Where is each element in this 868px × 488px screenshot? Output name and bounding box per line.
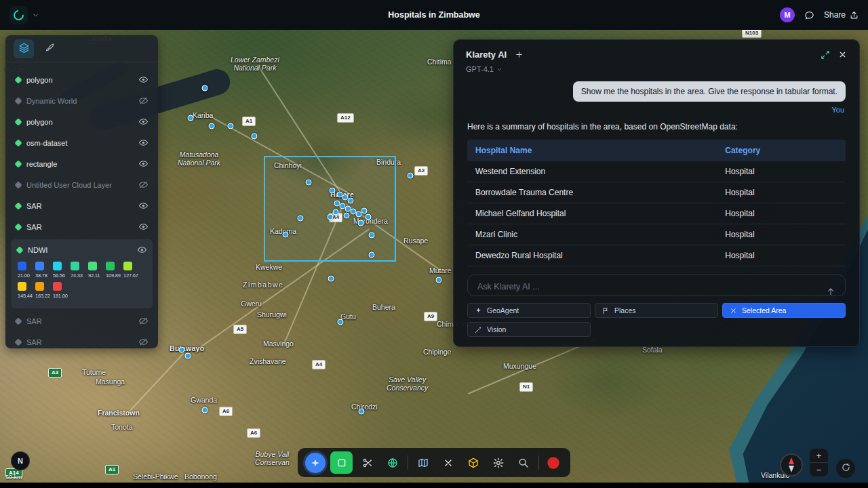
- table-header: Category: [717, 140, 846, 161]
- search-button[interactable]: [513, 453, 534, 473]
- table-cell: Dewedzo Rural Hospital: [467, 245, 717, 266]
- road-badge: A3: [48, 368, 62, 378]
- hospital-marker[interactable]: [436, 277, 442, 283]
- toolbar-divider: [408, 455, 408, 470]
- legend-value: 21.00: [18, 272, 35, 279]
- basemap-button[interactable]: [413, 453, 433, 473]
- workspace-chevron-icon[interactable]: [32, 12, 39, 19]
- north-indicator[interactable]: N: [11, 451, 30, 470]
- hospital-marker[interactable]: [328, 276, 334, 282]
- layer-label: rectangle: [26, 160, 134, 168]
- avatar[interactable]: M: [780, 7, 795, 22]
- hospital-marker[interactable]: [228, 123, 234, 129]
- hospital-marker[interactable]: [333, 209, 339, 216]
- hospital-marker[interactable]: [252, 134, 258, 140]
- layer-item[interactable]: rectangle: [9, 153, 154, 174]
- hospital-marker[interactable]: [369, 252, 375, 258]
- hospital-marker[interactable]: [359, 409, 365, 415]
- globe-tool-button[interactable]: [382, 453, 403, 473]
- tab-style[interactable]: [39, 39, 60, 58]
- legend-swatch: [18, 282, 26, 291]
- road-badge: A5: [233, 325, 247, 334]
- app-logo[interactable]: [9, 6, 28, 24]
- hospital-table: Hospital NameCategory Westend ExtensionH…: [467, 140, 846, 266]
- new-chat-icon[interactable]: [515, 50, 524, 59]
- visibility-on-icon[interactable]: [138, 245, 146, 254]
- layer-item[interactable]: osm-dataset: [9, 132, 154, 153]
- layer-item[interactable]: SAR: [9, 216, 154, 237]
- hospital-marker[interactable]: [358, 220, 364, 226]
- close-tool-button[interactable]: [438, 453, 458, 473]
- send-icon[interactable]: [826, 287, 835, 296]
- panel-title: Klarety AI: [466, 49, 507, 60]
- model-selector[interactable]: GPT-4.1: [454, 64, 859, 79]
- hospital-marker[interactable]: [306, 180, 312, 186]
- hospital-marker[interactable]: [408, 173, 414, 179]
- map-icon: [418, 458, 429, 468]
- chip-selected-area[interactable]: Selected Area: [722, 303, 846, 318]
- compass[interactable]: [780, 453, 803, 476]
- hospital-marker[interactable]: [185, 353, 191, 359]
- draw-rectangle-button[interactable]: [330, 451, 353, 474]
- layer-item[interactable]: SAR: [9, 195, 154, 216]
- visibility-off-icon[interactable]: [139, 180, 148, 189]
- layer-label: SAR: [26, 317, 134, 325]
- hospital-marker[interactable]: [369, 232, 375, 239]
- chat-bubble-icon[interactable]: [804, 10, 814, 20]
- hospital-marker[interactable]: [328, 214, 334, 220]
- close-icon[interactable]: [838, 50, 847, 59]
- extrude-tool-button[interactable]: [463, 453, 484, 473]
- layer-item[interactable]: Dynamic World: [9, 90, 154, 111]
- layer-item[interactable]: SAR: [9, 310, 154, 331]
- hospital-marker[interactable]: [348, 198, 354, 204]
- map-label: Chipinge: [423, 348, 451, 356]
- table-cell: Hospital: [717, 245, 846, 266]
- map-label: Chiredzi: [351, 403, 378, 411]
- hospital-marker[interactable]: [298, 216, 304, 222]
- chip-geoagent[interactable]: GeoAgent: [467, 303, 591, 318]
- chat-input[interactable]: [477, 282, 818, 291]
- visibility-off-icon[interactable]: [139, 317, 148, 325]
- visibility-on-icon[interactable]: [139, 159, 148, 168]
- zoom-in-button[interactable]: +: [810, 449, 828, 462]
- chat-input-box[interactable]: [467, 274, 846, 296]
- hospital-marker[interactable]: [209, 123, 215, 129]
- cut-tool-button[interactable]: [357, 453, 378, 473]
- hospital-marker[interactable]: [330, 188, 336, 194]
- tab-layers[interactable]: [14, 39, 34, 58]
- klarety-tool-button[interactable]: [305, 453, 326, 473]
- layer-item[interactable]: Untitled User Cloud Layer: [9, 174, 154, 195]
- visibility-on-icon[interactable]: [139, 138, 148, 147]
- expand-icon[interactable]: [821, 50, 830, 60]
- chip-places[interactable]: Places: [595, 303, 718, 318]
- chip-vision[interactable]: Vision: [467, 322, 591, 337]
- hospital-marker[interactable]: [361, 208, 368, 214]
- visibility-on-icon[interactable]: [139, 117, 148, 126]
- visibility-on-icon[interactable]: [139, 75, 148, 84]
- layer-item[interactable]: NDWI21.0038.7856.5674.3392.11109.89127.6…: [11, 239, 153, 308]
- map-label: Chitima: [427, 58, 452, 66]
- hospital-marker[interactable]: [366, 214, 372, 220]
- selection-rectangle[interactable]: [264, 156, 396, 262]
- hospital-marker[interactable]: [188, 115, 194, 121]
- reset-view-button[interactable]: [836, 459, 855, 478]
- hospital-marker[interactable]: [283, 232, 289, 238]
- visibility-on-icon[interactable]: [139, 201, 148, 210]
- hospital-marker[interactable]: [179, 347, 185, 353]
- road-badge: A9: [424, 312, 437, 321]
- layer-item[interactable]: polygon: [9, 69, 154, 90]
- hospital-marker[interactable]: [202, 407, 208, 413]
- layer-item[interactable]: polygon: [9, 111, 154, 132]
- hospital-marker[interactable]: [344, 213, 350, 219]
- layer-item[interactable]: SAR: [9, 331, 154, 348]
- settings-button[interactable]: [488, 453, 509, 473]
- visibility-on-icon[interactable]: [139, 222, 148, 231]
- visibility-off-icon[interactable]: [139, 338, 148, 346]
- legend-swatch: [106, 262, 115, 270]
- hospital-marker[interactable]: [338, 319, 344, 325]
- share-button[interactable]: Share: [824, 10, 859, 20]
- record-button[interactable]: [544, 453, 563, 472]
- hospital-marker[interactable]: [202, 85, 208, 92]
- visibility-off-icon[interactable]: [139, 96, 148, 105]
- zoom-out-button[interactable]: −: [810, 463, 828, 476]
